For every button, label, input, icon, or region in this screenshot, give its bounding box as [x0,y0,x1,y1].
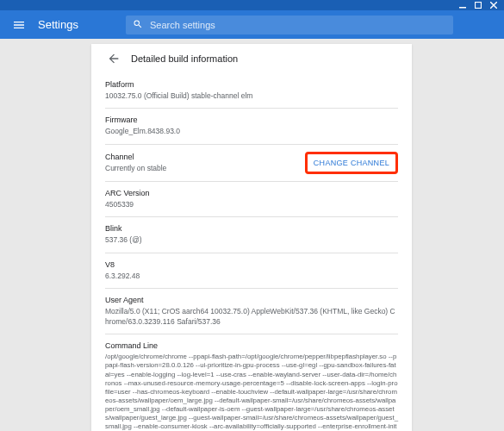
app-title: Settings [38,18,78,31]
search-icon [133,17,143,33]
minimize-icon[interactable] [459,2,466,9]
value-platform: 10032.75.0 (Official Build) stable-chann… [105,91,398,101]
label-firmware: Firmware [105,116,398,124]
search-input[interactable] [150,20,446,30]
value-useragent: Mozilla/5.0 (X11; CrOS aarch64 10032.75.… [105,307,398,327]
maximize-icon[interactable] [475,2,482,9]
highlight-box: CHANGE CHANNEL [305,152,398,174]
page-title: Detailed build information [131,53,238,64]
section-blink: Blink 537.36 (@) [105,217,398,253]
label-channel: Channel [105,153,166,161]
value-channel: Currently on stable [105,164,166,173]
section-firmware: Firmware Google_Elm.8438.93.0 [105,109,398,144]
search-field[interactable] [126,16,453,34]
section-commandline: Command Line /opt/google/chrome/chrome -… [105,334,398,431]
section-channel: Channel Currently on stable CHANGE CHANN… [105,145,398,182]
change-channel-button[interactable]: CHANGE CHANNEL [308,155,395,171]
section-arc: ARC Version 4505339 [105,182,398,217]
svg-rect-1 [476,3,482,9]
section-useragent: User Agent Mozilla/5.0 (X11; CrOS aarch6… [105,289,398,334]
label-useragent: User Agent [105,296,398,304]
value-firmware: Google_Elm.8438.93.0 [105,127,398,136]
value-commandline: /opt/google/chrome/chrome --ppapi-flash-… [105,353,398,431]
settings-card: Detailed build information Platform 1003… [91,44,412,431]
value-arc: 4505339 [105,200,398,209]
svg-rect-0 [459,7,466,9]
label-blink: Blink [105,224,398,233]
section-v8: V8 6.3.292.48 [105,253,398,289]
app-header: Settings [0,10,504,39]
menu-button[interactable] [9,15,29,35]
label-v8: V8 [105,260,398,269]
section-platform: Platform 10032.75.0 (Official Build) sta… [105,73,398,109]
label-commandline: Command Line [105,341,398,350]
window-titlebar [0,0,504,10]
label-platform: Platform [105,80,398,89]
page-header: Detailed build information [105,44,398,73]
label-arc: ARC Version [105,189,398,197]
value-v8: 6.3.292.48 [105,272,398,281]
close-icon[interactable] [490,2,497,9]
value-blink: 537.36 (@) [105,235,398,245]
back-button[interactable] [105,50,122,67]
